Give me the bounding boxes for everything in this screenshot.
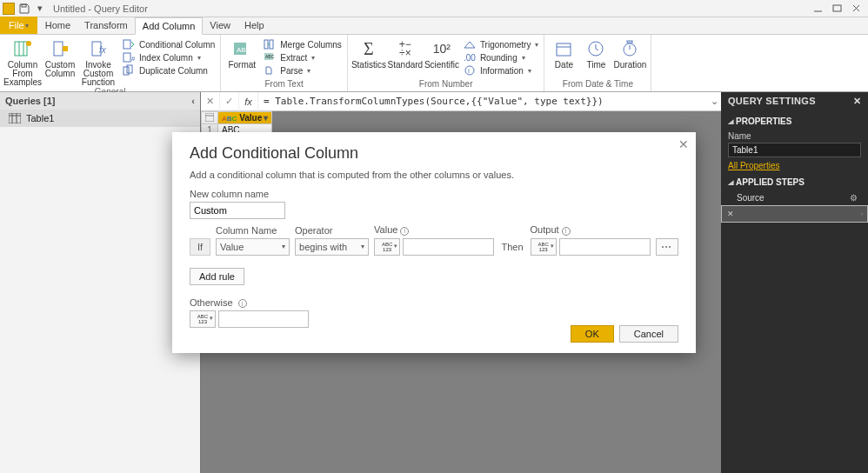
gear-icon[interactable]: ⚙ xyxy=(850,193,858,203)
otherwise-label: Otherwise i xyxy=(190,297,678,309)
formula-input[interactable]: = Table.TransformColumnTypes(Source,{{"V… xyxy=(258,92,707,110)
column-name-select[interactable]: Value xyxy=(216,238,290,256)
otherwise-input[interactable] xyxy=(218,310,309,328)
file-tab[interactable]: File ▾ xyxy=(0,17,37,34)
output-input[interactable] xyxy=(559,238,651,256)
duplicate-column-button[interactable]: Duplicate Column xyxy=(120,64,217,77)
formula-fx-icon[interactable]: fx xyxy=(239,92,258,111)
time-button[interactable]: Time xyxy=(581,37,611,70)
rounding-button[interactable]: .00Rounding▾ xyxy=(461,51,541,63)
tab-home[interactable]: Home xyxy=(38,17,77,34)
formula-accept-icon[interactable]: ✓ xyxy=(220,92,239,111)
applied-step-source[interactable]: Source ⚙ xyxy=(721,190,868,205)
info-icon[interactable]: i xyxy=(400,227,409,236)
statistics-button[interactable]: ΣStatistics xyxy=(351,37,386,77)
collapse-pane-icon[interactable]: ‹ xyxy=(191,96,195,106)
custom-column-button[interactable]: Custom Column xyxy=(43,37,77,87)
formula-bar: ✕ ✓ fx = Table.TransformColumnTypes(Sour… xyxy=(201,92,721,111)
parse-button[interactable]: Parse▾ xyxy=(261,64,344,77)
scientific-button[interactable]: 10²Scientific xyxy=(424,37,459,77)
ribbon-group-label: From Text xyxy=(224,79,344,91)
svg-rect-13 xyxy=(124,67,129,75)
tab-view[interactable]: View xyxy=(203,17,237,34)
operator-select[interactable]: begins with xyxy=(295,238,369,256)
qat-dropdown-icon[interactable]: ▾ xyxy=(32,2,48,16)
svg-rect-6 xyxy=(54,42,63,56)
all-properties-link[interactable]: All Properties xyxy=(728,161,779,170)
merge-columns-button[interactable]: Merge Columns xyxy=(261,38,344,50)
output-type-select[interactable]: ABC123 xyxy=(531,238,557,256)
table-icon xyxy=(9,113,21,123)
otherwise-type-select[interactable]: ABC123 xyxy=(190,310,216,328)
index-column-icon: # xyxy=(122,50,136,64)
delete-step-icon[interactable]: ✕ xyxy=(727,210,734,218)
date-button[interactable]: Date xyxy=(548,37,579,70)
ribbon-group-from-text: ABC Format Merge Columns ABCExtract▾ Par… xyxy=(221,35,348,91)
svg-text:fx: fx xyxy=(99,45,107,55)
dialog-title: Add Conditional Column xyxy=(190,144,678,163)
information-button[interactable]: iInformation▾ xyxy=(461,64,541,77)
index-column-button[interactable]: #Index Column▾ xyxy=(120,51,217,63)
cancel-button[interactable]: Cancel xyxy=(619,325,678,343)
format-button[interactable]: ABC Format xyxy=(224,37,259,77)
rounding-icon: .00 xyxy=(463,50,477,64)
svg-rect-23 xyxy=(557,43,571,56)
ribbon-group-from-number: ΣStatistics +−÷×Standard 10²Scientific T… xyxy=(348,35,545,91)
formula-expand-icon[interactable]: ⌄ xyxy=(707,96,721,107)
queries-header: Queries [1] ‹ xyxy=(0,92,200,110)
info-icon[interactable]: i xyxy=(562,227,571,236)
svg-rect-18 xyxy=(270,40,273,49)
svg-rect-17 xyxy=(264,40,268,49)
clock-icon xyxy=(585,38,606,59)
ribbon-group-label: From Number xyxy=(351,79,541,91)
applied-step-changed-type[interactable]: ✕ Changed Type xyxy=(721,205,868,223)
dialog-close-icon[interactable]: ✕ xyxy=(678,137,689,151)
then-label: Then xyxy=(499,238,524,256)
app-icon xyxy=(3,3,15,15)
invoke-function-button[interactable]: fx Invoke Custom Function xyxy=(78,37,118,87)
conditional-column-button[interactable]: Conditional Column xyxy=(120,38,217,50)
tab-transform[interactable]: Transform xyxy=(77,17,135,34)
ribbon: Column From Examples Custom Column fx In… xyxy=(0,35,868,92)
save-icon[interactable] xyxy=(17,2,32,16)
column-from-examples-icon xyxy=(12,38,33,59)
ribbon-group-from-date: Date Time Duration From Date & Time xyxy=(544,35,651,91)
rule-menu-button[interactable]: ⋯ xyxy=(656,238,678,256)
standard-button[interactable]: +−÷×Standard xyxy=(388,37,423,77)
ribbon-group-general: Column From Examples Custom Column fx In… xyxy=(0,35,221,91)
add-rule-button[interactable]: Add rule xyxy=(190,268,244,285)
minimize-button[interactable] xyxy=(808,2,827,16)
formula-cancel-icon[interactable]: ✕ xyxy=(201,92,220,111)
column-header-value[interactable]: ABC Value ▾ xyxy=(218,112,272,124)
close-pane-icon[interactable]: ✕ xyxy=(853,96,861,107)
custom-column-icon xyxy=(50,38,70,59)
extract-button[interactable]: ABCExtract▾ xyxy=(261,51,344,63)
duration-button[interactable]: Duration xyxy=(612,37,647,70)
new-column-name-input[interactable] xyxy=(190,202,285,219)
trigonometry-button[interactable]: Trigonometry▾ xyxy=(461,38,541,50)
properties-section-title[interactable]: PROPERTIES xyxy=(728,113,861,130)
table-corner[interactable] xyxy=(202,112,218,124)
info-icon[interactable]: i xyxy=(238,299,247,308)
svg-text:#: # xyxy=(131,55,135,63)
close-button[interactable] xyxy=(846,2,865,16)
queries-pane: Queries [1] ‹ Table1 xyxy=(0,92,201,473)
query-item[interactable]: Table1 xyxy=(0,110,200,127)
svg-rect-32 xyxy=(205,113,214,122)
tab-help[interactable]: Help xyxy=(237,17,271,34)
svg-rect-14 xyxy=(127,65,132,73)
value-input[interactable] xyxy=(403,238,494,256)
value-type-select[interactable]: ABC123 xyxy=(374,238,400,256)
maximize-button[interactable] xyxy=(827,2,846,16)
standard-icon: +−÷× xyxy=(395,38,416,59)
column-from-examples-button[interactable]: Column From Examples xyxy=(3,37,42,87)
svg-rect-11 xyxy=(124,53,130,62)
svg-point-21 xyxy=(465,66,474,75)
applied-steps-title[interactable]: APPLIED STEPS xyxy=(728,174,861,190)
tab-add-column[interactable]: Add Column xyxy=(135,17,204,35)
query-name-input[interactable] xyxy=(728,143,861,157)
info-icon: i xyxy=(463,63,477,77)
svg-rect-2 xyxy=(15,42,27,56)
ok-button[interactable]: OK xyxy=(571,325,614,343)
name-label: Name xyxy=(728,131,861,141)
